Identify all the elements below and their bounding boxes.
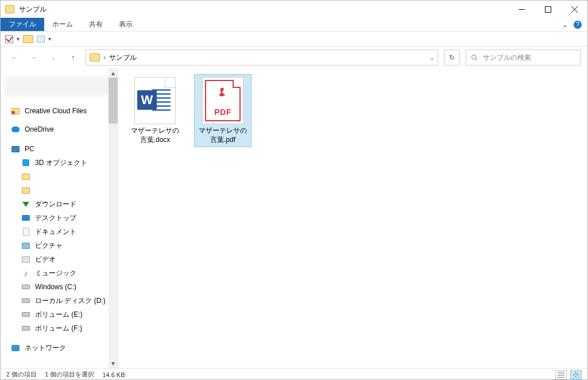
properties-icon[interactable] xyxy=(5,35,13,43)
tab-share[interactable]: 共有 xyxy=(81,18,111,31)
drive-icon xyxy=(21,324,30,333)
status-item-count: 2 個の項目 xyxy=(6,370,37,379)
cloud-icon xyxy=(11,125,20,134)
navpane-scrollbar[interactable]: ▴ ▾ xyxy=(109,68,118,368)
navpane-item-label: ビデオ xyxy=(35,255,56,264)
navpane-item-label: ピクチャ xyxy=(35,241,63,251)
icons-view-button[interactable] xyxy=(570,370,582,379)
help-icon[interactable]: ? xyxy=(574,21,582,29)
scroll-down-icon[interactable]: ▾ xyxy=(109,359,118,368)
svg-rect-1 xyxy=(545,6,551,12)
scroll-up-icon[interactable]: ▴ xyxy=(109,68,118,78)
up-button[interactable]: ↑ xyxy=(66,51,80,64)
qat-dropdown-1[interactable]: ▾ xyxy=(17,36,20,42)
navpane-item[interactable] xyxy=(1,170,118,183)
status-bar: 2 個の項目 1 個の項目を選択 14.6 KB xyxy=(1,368,587,380)
maximize-button[interactable] xyxy=(535,1,561,18)
nav-row: ← → ⌄ ↑ › サンプル ⌄ ↻ サンプルの検索 xyxy=(1,47,587,68)
drive-icon xyxy=(21,310,30,319)
navpane-item-label: 3D オブジェクト xyxy=(35,158,87,168)
navpane-item[interactable]: ダウンロード xyxy=(1,197,118,211)
ribbon-tabs: ファイル ホーム 共有 表示 ⌄ ? xyxy=(1,18,587,32)
back-button[interactable]: ← xyxy=(7,51,21,64)
refresh-button[interactable]: ↻ xyxy=(444,49,460,66)
svg-line-5 xyxy=(475,59,477,60)
scroll-thumb[interactable] xyxy=(109,78,118,124)
cc-icon xyxy=(11,106,20,116)
net-icon xyxy=(11,343,20,352)
svg-point-4 xyxy=(472,55,476,59)
drive-icon xyxy=(21,282,30,291)
navpane-item-label: PC xyxy=(25,145,34,153)
navpane-item-label: ボリューム (E:) xyxy=(35,310,83,320)
search-box[interactable]: サンプルの検索 xyxy=(466,49,581,66)
window-controls xyxy=(508,1,587,18)
navpane-item-label: ネットワーク xyxy=(25,343,66,353)
close-button[interactable] xyxy=(561,1,587,18)
address-folder-icon xyxy=(90,53,100,62)
body: Creative Cloud FilesOneDrivePC3D オブジェクト … xyxy=(1,68,587,368)
file-content-area[interactable]: Wマザーテレサの言葉.docxPDFマザーテレサの言葉.pdf xyxy=(118,68,587,368)
breadcrumb-separator: › xyxy=(103,53,106,62)
file-name-label: マザーテレサの言葉.pdf xyxy=(197,126,249,144)
desktop-icon xyxy=(21,213,30,222)
tab-file[interactable]: ファイル xyxy=(1,18,44,31)
tab-view[interactable]: 表示 xyxy=(111,18,141,31)
folder-y-icon xyxy=(21,186,30,195)
search-icon xyxy=(471,54,478,62)
quick-access-toolbar: ▾ ▾ xyxy=(1,32,587,47)
qat-dropdown-2[interactable]: ▾ xyxy=(48,36,51,42)
navpane-item[interactable]: ♪ミュージック xyxy=(1,266,118,280)
navpane-item-label: ドキュメント xyxy=(35,227,76,237)
navpane-item[interactable]: ビデオ xyxy=(1,252,118,266)
window-title: サンプル xyxy=(19,5,47,14)
navpane-item[interactable]: ネットワーク xyxy=(1,341,118,355)
file-item[interactable]: Wマザーテレサの言葉.docx xyxy=(126,74,184,147)
navpane-item[interactable]: ピクチャ xyxy=(1,239,118,252)
breadcrumb-folder[interactable]: サンプル xyxy=(109,53,137,63)
folder-y-icon xyxy=(21,172,30,181)
forward-button[interactable]: → xyxy=(27,51,41,64)
file-item[interactable]: PDFマザーテレサの言葉.pdf xyxy=(194,74,252,147)
navpane-item[interactable]: Creative Cloud Files xyxy=(1,104,118,118)
ribbon-expand-button[interactable]: ⌄ xyxy=(562,21,568,29)
navpane-item-label xyxy=(35,172,63,182)
status-selection-size: 14.6 KB xyxy=(102,371,125,378)
navpane-item[interactable]: OneDrive xyxy=(1,122,118,136)
navpane-item-label: Windows (C:) xyxy=(35,283,76,291)
navpane-item[interactable] xyxy=(1,183,118,197)
navpane-item[interactable]: ローカル ディスク (D:) xyxy=(1,294,118,308)
tab-home[interactable]: ホーム xyxy=(44,18,81,31)
navpane-item[interactable]: ドキュメント xyxy=(1,225,118,239)
navpane-item-label: ボリューム (F:) xyxy=(35,324,82,333)
navpane-item-label: ミュージック xyxy=(35,268,76,278)
details-view-button[interactable] xyxy=(555,370,567,379)
navpane-item[interactable]: デスクトップ xyxy=(1,211,118,225)
minimize-button[interactable] xyxy=(508,1,535,18)
3d-icon xyxy=(21,158,30,167)
navpane-item[interactable]: ボリューム (E:) xyxy=(1,308,118,321)
address-bar[interactable]: › サンプル ⌄ xyxy=(86,49,438,66)
pc-icon xyxy=(11,144,20,153)
pic-icon xyxy=(21,241,30,250)
folder-icon xyxy=(5,5,14,13)
new-folder-icon[interactable] xyxy=(23,35,33,43)
navpane-item[interactable]: Windows (C:) xyxy=(1,280,118,294)
navpane-item[interactable]: ボリューム (F:) xyxy=(1,321,118,335)
search-placeholder: サンプルの検索 xyxy=(483,53,531,63)
navpane-item[interactable]: 3D オブジェクト xyxy=(1,156,118,170)
navpane-blurred-section xyxy=(5,76,113,96)
navigation-pane: Creative Cloud FilesOneDrivePC3D オブジェクト … xyxy=(1,68,118,368)
navpane-item-label: OneDrive xyxy=(25,125,54,133)
navpane-item-label: ローカル ディスク (D:) xyxy=(35,296,106,306)
navpane-item[interactable]: PC xyxy=(1,142,118,156)
titlebar: サンプル xyxy=(1,1,587,18)
navpane-item-label: ダウンロード xyxy=(35,199,76,209)
address-dropdown[interactable]: ⌄ xyxy=(430,55,434,61)
layout-icon[interactable] xyxy=(37,36,45,43)
navpane-item-label: Creative Cloud Files xyxy=(25,107,87,115)
word-file-icon: W xyxy=(134,77,176,124)
pdf-file-icon: PDF xyxy=(202,77,243,124)
file-name-label: マザーテレサの言葉.docx xyxy=(129,126,181,144)
recent-locations-button[interactable]: ⌄ xyxy=(47,51,60,64)
